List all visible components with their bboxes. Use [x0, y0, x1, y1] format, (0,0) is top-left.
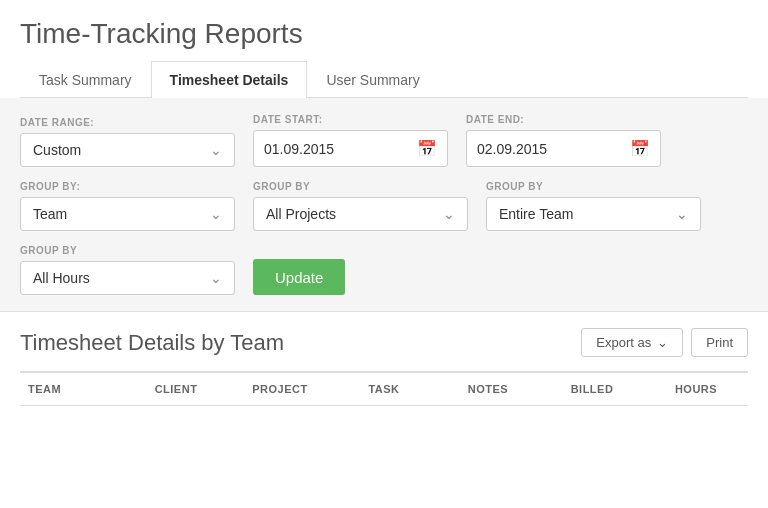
date-end-label: DATE END: — [466, 114, 661, 125]
group-by-1-chevron-icon: ⌄ — [210, 206, 222, 222]
export-chevron-icon: ⌄ — [657, 335, 668, 350]
group-by-1-select[interactable]: Team ⌄ — [20, 197, 235, 231]
results-table: TEAM CLIENT PROJECT TASK NOTES BILLED HO… — [20, 371, 748, 406]
page-header: Time-Tracking Reports Task Summary Times… — [0, 0, 768, 98]
tab-task-summary[interactable]: Task Summary — [20, 61, 151, 98]
page-title: Time-Tracking Reports — [20, 18, 748, 50]
col-billed: BILLED — [540, 383, 644, 395]
group-by-4-chevron-icon: ⌄ — [210, 270, 222, 286]
calendar-end-icon: 📅 — [630, 139, 650, 158]
col-client: CLIENT — [124, 383, 228, 395]
group-by-2-chevron-icon: ⌄ — [443, 206, 455, 222]
tab-user-summary[interactable]: User Summary — [307, 61, 438, 98]
col-notes: NOTES — [436, 383, 540, 395]
group-by-3-chevron-icon: ⌄ — [676, 206, 688, 222]
group-by-3-select[interactable]: Entire Team ⌄ — [486, 197, 701, 231]
col-team: TEAM — [20, 383, 124, 395]
calendar-start-icon: 📅 — [417, 139, 437, 158]
filter-group-date-start: DATE START: 01.09.2015 📅 — [253, 114, 448, 167]
filter-section: DATE RANGE: Custom ⌄ DATE START: 01.09.2… — [0, 98, 768, 312]
tab-timesheet-details[interactable]: Timesheet Details — [151, 61, 308, 98]
tabs-nav: Task Summary Timesheet Details User Summ… — [20, 60, 748, 98]
results-header: Timesheet Details by Team Export as ⌄ Pr… — [20, 328, 748, 357]
group-by-4-label: GROUP BY — [20, 245, 235, 256]
print-button[interactable]: Print — [691, 328, 748, 357]
date-start-label: DATE START: — [253, 114, 448, 125]
col-hours: HOURS — [644, 383, 748, 395]
filter-row-2: GROUP BY: Team ⌄ GROUP BY All Projects ⌄… — [20, 181, 748, 231]
group-by-2-label: GROUP BY — [253, 181, 468, 192]
col-task: TASK — [332, 383, 436, 395]
filter-group-date-range: DATE RANGE: Custom ⌄ — [20, 117, 235, 167]
results-title: Timesheet Details by Team — [20, 330, 284, 356]
results-actions: Export as ⌄ Print — [581, 328, 748, 357]
date-range-label: DATE RANGE: — [20, 117, 235, 128]
group-by-1-label: GROUP BY: — [20, 181, 235, 192]
filter-group-update: Update — [253, 259, 345, 295]
col-project: PROJECT — [228, 383, 332, 395]
filter-group-by-4: GROUP BY All Hours ⌄ — [20, 245, 235, 295]
date-range-select[interactable]: Custom ⌄ — [20, 133, 235, 167]
date-range-chevron-icon: ⌄ — [210, 142, 222, 158]
filter-row-3: GROUP BY All Hours ⌄ Update — [20, 245, 748, 295]
update-button[interactable]: Update — [253, 259, 345, 295]
date-start-input[interactable]: 01.09.2015 📅 — [253, 130, 448, 167]
group-by-3-label: GROUP BY — [486, 181, 701, 192]
filter-group-by-2: GROUP BY All Projects ⌄ — [253, 181, 468, 231]
date-end-input[interactable]: 02.09.2015 📅 — [466, 130, 661, 167]
export-button[interactable]: Export as ⌄ — [581, 328, 683, 357]
results-section: Timesheet Details by Team Export as ⌄ Pr… — [0, 312, 768, 406]
filter-group-by-1: GROUP BY: Team ⌄ — [20, 181, 235, 231]
filter-group-date-end: DATE END: 02.09.2015 📅 — [466, 114, 661, 167]
filter-row-1: DATE RANGE: Custom ⌄ DATE START: 01.09.2… — [20, 114, 748, 167]
table-header-row: TEAM CLIENT PROJECT TASK NOTES BILLED HO… — [20, 373, 748, 406]
group-by-2-select[interactable]: All Projects ⌄ — [253, 197, 468, 231]
group-by-4-select[interactable]: All Hours ⌄ — [20, 261, 235, 295]
filter-group-by-3: GROUP BY Entire Team ⌄ — [486, 181, 701, 231]
